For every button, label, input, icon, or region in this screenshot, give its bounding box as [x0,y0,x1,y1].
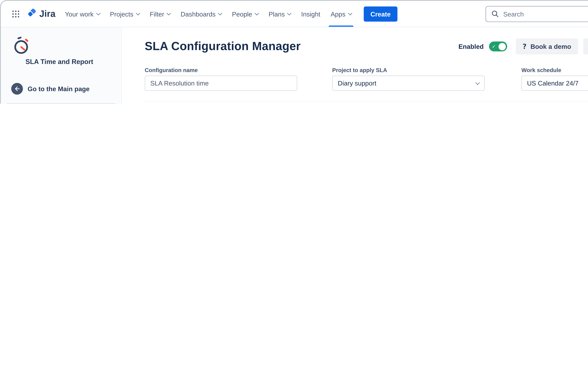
global-search [485,6,588,22]
nav-item-plans[interactable]: Plans [263,1,296,27]
chevron-down-icon [136,11,140,15]
nav-item-people[interactable]: People [227,1,263,27]
primary-nav: Your work Projects Filter Dashboards Peo… [60,1,398,27]
sla-app-logo [12,37,121,57]
page-title: SLA Configuration Manager [145,40,453,53]
chevron-down-icon [254,11,259,15]
stopwatch-icon [12,37,30,55]
setup-wizard-button[interactable]: Setup Wizard [583,39,588,54]
nav-item-projects[interactable]: Projects [105,1,145,27]
chevron-down-icon [218,11,222,15]
project-label: Project to apply SLA [332,67,387,73]
viewport: Jira Your work Projects Filter Dashboard… [0,0,588,104]
work-schedule-select[interactable]: US Calendar 24/7 [522,76,588,91]
app-switcher-icon[interactable] [8,6,23,21]
chevron-down-icon [348,11,352,15]
nav-item-apps[interactable]: Apps [326,1,357,27]
jira-logo[interactable]: Jira [26,8,55,20]
nav-item-insight[interactable]: Insight [296,1,326,27]
back-arrow-icon [11,83,23,95]
jira-logo-text: Jira [39,9,55,19]
chevron-down-icon [475,81,480,85]
book-demo-button[interactable]: ? Book a demo [516,39,578,54]
jira-logo-icon [26,8,38,20]
app-window: Jira Your work Projects Filter Dashboard… [0,0,588,104]
project-select[interactable]: Diary support [332,76,485,91]
nav-item-filter[interactable]: Filter [145,1,175,27]
search-icon [491,9,499,20]
search-input[interactable] [485,6,588,22]
create-button[interactable]: Create [364,6,398,21]
grid-icon [11,10,20,18]
work-schedule-label: Work schedule [522,67,561,73]
app-name: SLA Time and Report [25,58,121,66]
sidebar-search [6,103,116,104]
chevron-down-icon [96,11,100,15]
enabled-toggle[interactable]: ✓ [489,42,507,51]
back-to-main-link[interactable]: Go to the Main page [11,83,122,95]
question-icon: ? [523,42,527,51]
chevron-down-icon [287,11,292,15]
divider [145,102,588,102]
nav-item-your-work[interactable]: Your work [60,1,105,27]
sidebar: SLA Time and Report Go to the Main page … [1,27,122,104]
main-content: SLA Configuration Manager Enabled ✓ ? Bo… [122,27,588,104]
nav-item-dashboards[interactable]: Dashboards [175,1,227,27]
chevron-down-icon [167,11,171,15]
configuration-name-label: Configuration name [145,67,198,73]
page-header: SLA Configuration Manager Enabled ✓ ? Bo… [145,39,588,54]
top-navbar: Jira Your work Projects Filter Dashboard… [1,1,588,27]
sidebar-search-input[interactable] [6,103,116,104]
configuration-name-input[interactable] [145,76,297,91]
enabled-label: Enabled [459,43,484,50]
